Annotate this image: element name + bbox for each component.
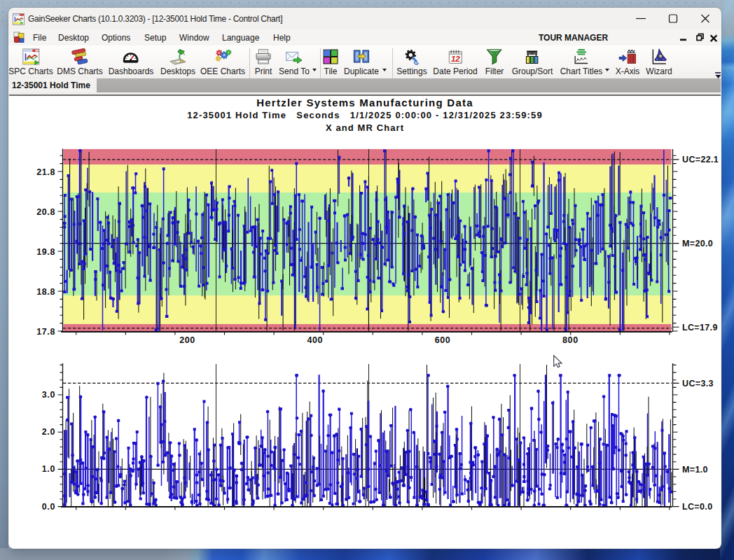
svg-text:UC=3.3: UC=3.3 [682, 379, 714, 388]
svg-text:12: 12 [451, 55, 460, 63]
svg-text:0.0: 0.0 [42, 502, 55, 512]
svg-text:400: 400 [307, 335, 323, 345]
svg-text:20.8: 20.8 [36, 207, 55, 217]
svg-text:17.8: 17.8 [36, 327, 55, 337]
svg-text:800: 800 [562, 335, 579, 345]
svg-text:600: 600 [435, 335, 451, 345]
svg-text:M=1.0: M=1.0 [682, 465, 708, 475]
svg-text:18.8: 18.8 [36, 287, 55, 297]
svg-text:UC=22.1: UC=22.1 [682, 155, 719, 164]
svg-text:1.0: 1.0 [42, 464, 55, 474]
svg-text:19.8: 19.8 [36, 247, 55, 257]
svg-text:LC=17.9: LC=17.9 [682, 323, 718, 332]
svg-text:3.0: 3.0 [42, 390, 55, 400]
svg-text:200: 200 [179, 335, 195, 345]
svg-text:M=20.0: M=20.0 [682, 239, 713, 248]
svg-text:2.0: 2.0 [42, 427, 55, 437]
svg-text:LC=0.0: LC=0.0 [682, 502, 712, 512]
svg-text:21.8: 21.8 [36, 167, 55, 177]
